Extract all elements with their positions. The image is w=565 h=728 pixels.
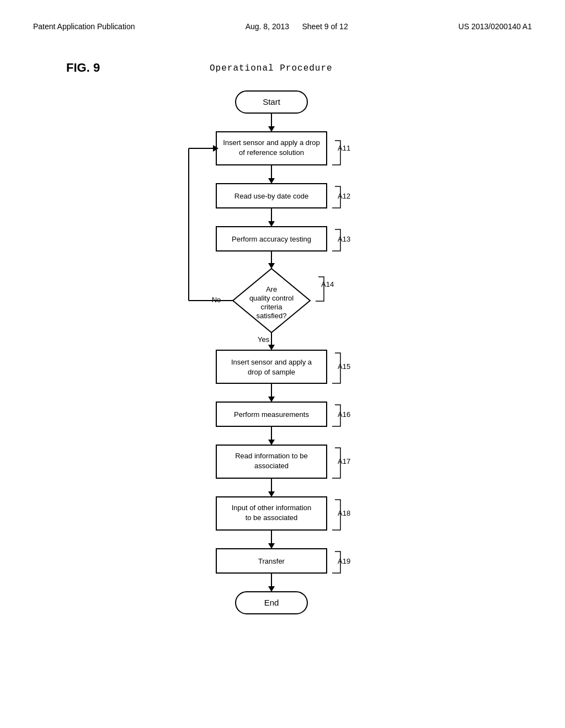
svg-text:No: No: [212, 296, 221, 304]
svg-marker-14: [268, 221, 275, 227]
svg-text:quality control: quality control: [249, 294, 294, 302]
svg-text:End: End: [264, 598, 279, 607]
header-left: Patent Application Publication: [33, 22, 135, 31]
svg-text:Insert sensor and apply a drop: Insert sensor and apply a drop: [223, 138, 320, 147]
svg-rect-34: [216, 350, 327, 383]
flowchart-diagram: Start Insert sensor and apply a drop of …: [145, 85, 420, 670]
svg-text:drop of sample: drop of sample: [248, 368, 295, 376]
svg-text:A17: A17: [338, 457, 350, 465]
svg-text:A12: A12: [338, 192, 350, 200]
figure-label: FIG. 9: [66, 61, 100, 75]
page: Patent Application Publication Aug. 8, 2…: [0, 0, 565, 728]
svg-text:Perform accuracy testing: Perform accuracy testing: [232, 235, 311, 243]
svg-marker-56: [268, 543, 275, 549]
svg-text:Are: Are: [266, 285, 277, 293]
diagram-title: Operational Procedure: [210, 63, 333, 73]
svg-text:A14: A14: [321, 280, 334, 288]
header-right: US 2013/0200140 A1: [459, 22, 532, 31]
svg-marker-39: [268, 397, 275, 402]
svg-marker-3: [268, 126, 275, 132]
svg-text:Input of other information: Input of other information: [232, 504, 312, 512]
svg-text:Read information to be: Read information to be: [235, 452, 308, 460]
header-date: Aug. 8, 2013: [246, 22, 289, 31]
svg-text:Insert sensor and apply a: Insert sensor and apply a: [231, 358, 312, 366]
svg-text:satisfied?: satisfied?: [257, 312, 287, 320]
svg-text:Perform measurements: Perform measurements: [234, 410, 309, 419]
page-header: Patent Application Publication Aug. 8, 2…: [33, 22, 532, 31]
svg-marker-9: [268, 178, 275, 184]
svg-text:A15: A15: [338, 362, 350, 371]
svg-text:Read use-by date code: Read use-by date code: [234, 192, 308, 200]
svg-marker-61: [268, 586, 275, 592]
svg-text:Start: Start: [263, 97, 281, 106]
svg-marker-50: [268, 491, 275, 497]
svg-text:Yes: Yes: [258, 335, 270, 344]
svg-marker-33: [268, 345, 275, 350]
svg-text:A11: A11: [338, 144, 350, 152]
svg-text:of reference solution: of reference solution: [239, 148, 304, 157]
svg-text:A13: A13: [338, 235, 350, 243]
svg-marker-19: [268, 263, 275, 269]
svg-text:A16: A16: [338, 410, 350, 419]
header-center: Aug. 8, 2013 Sheet 9 of 12: [246, 22, 348, 31]
svg-text:A18: A18: [338, 509, 350, 517]
header-sheet: Sheet 9 of 12: [302, 22, 348, 31]
svg-text:to be associated: to be associated: [246, 513, 298, 522]
svg-text:Transfer: Transfer: [258, 557, 285, 565]
svg-marker-44: [268, 440, 275, 445]
svg-text:A19: A19: [338, 557, 350, 565]
svg-text:criteria: criteria: [260, 303, 282, 311]
svg-text:associated: associated: [254, 462, 289, 470]
